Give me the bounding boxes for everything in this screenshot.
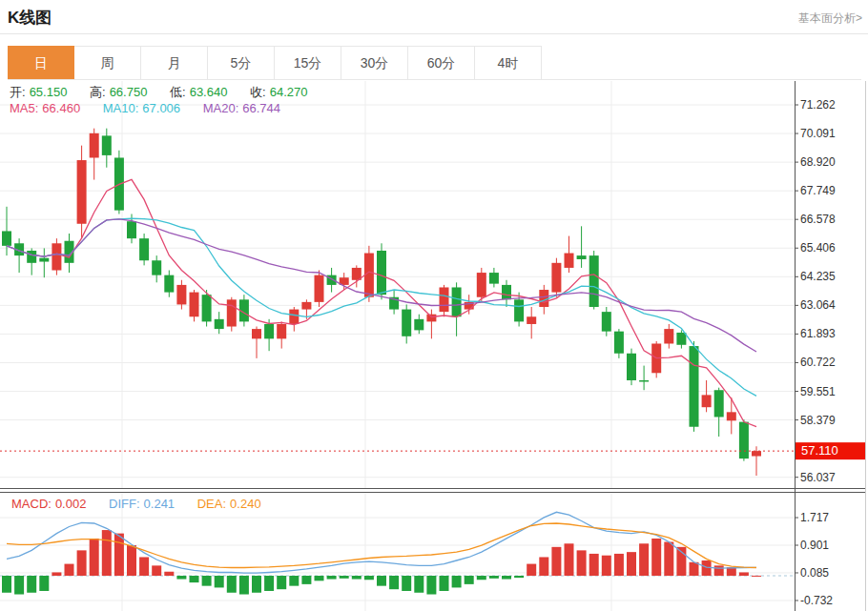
candles-layer [2, 129, 761, 476]
svg-text:59.551: 59.551 [800, 385, 836, 398]
svg-text:0.085: 0.085 [800, 566, 829, 580]
svg-text:68.920: 68.920 [800, 155, 836, 169]
tab-day[interactable]: 日 [8, 46, 74, 79]
page-header: K线图 基本面分析> [0, 0, 868, 34]
fundamental-analysis-link[interactable]: 基本面分析> [798, 10, 862, 27]
tab-week[interactable]: 周 [74, 46, 141, 79]
svg-text:63.064: 63.064 [800, 298, 836, 312]
kline-chart-canvas[interactable]: 57.11071.26270.09168.92067.74966.57865.4… [0, 81, 868, 611]
svg-text:61.893: 61.893 [800, 327, 836, 340]
svg-text:-0.732: -0.732 [800, 594, 833, 607]
panel-divider [0, 489, 865, 493]
page-title: K线图 [8, 7, 52, 29]
svg-text:64.235: 64.235 [800, 270, 836, 283]
svg-text:56.037: 56.037 [800, 471, 836, 484]
svg-text:1.717: 1.717 [800, 511, 829, 524]
kline-chart-area[interactable]: 57.11071.26270.09168.92067.74966.57865.4… [0, 81, 868, 611]
svg-text:65.406: 65.406 [800, 241, 836, 255]
tab-30min[interactable]: 30分 [341, 46, 408, 79]
tab-15min[interactable]: 15分 [275, 46, 341, 79]
kline-page: K线图 基本面分析> 日 周 月 5分 15分 30分 60分 4时 57.11… [0, 0, 868, 611]
tab-5min[interactable]: 5分 [208, 46, 275, 79]
macd-axis: 1.7170.9010.085-0.732 [795, 511, 833, 607]
tab-4hour[interactable]: 4时 [475, 46, 542, 79]
tab-month[interactable]: 月 [141, 46, 208, 79]
interval-tabbar: 日 周 月 5分 15分 30分 60分 4时 [8, 46, 861, 80]
svg-text:67.749: 67.749 [800, 184, 836, 197]
svg-text:70.091: 70.091 [800, 127, 836, 140]
svg-text:71.262: 71.262 [800, 98, 836, 112]
svg-text:58.379: 58.379 [800, 414, 836, 427]
last-price-badge: 57.110 [796, 442, 865, 459]
svg-text:57.110: 57.110 [801, 443, 838, 458]
tab-60min[interactable]: 60分 [408, 46, 475, 79]
svg-text:60.722: 60.722 [800, 356, 836, 369]
svg-text:66.578: 66.578 [800, 213, 836, 226]
svg-text:0.901: 0.901 [800, 539, 829, 552]
price-axis: 71.26270.09168.92067.74966.57865.40664.2… [795, 81, 866, 611]
